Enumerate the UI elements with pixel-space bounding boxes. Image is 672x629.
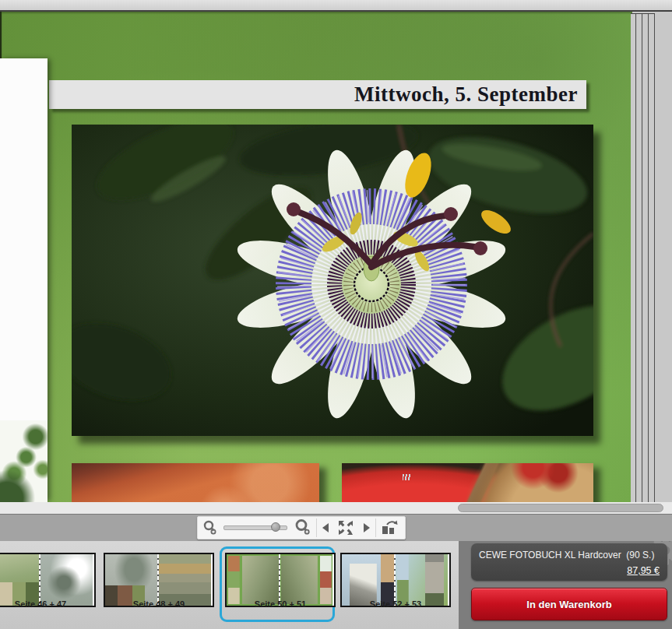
passion-flower-photo[interactable] (72, 125, 593, 436)
zoom-slider-handle[interactable] (271, 522, 280, 532)
thumb-page-48 (105, 554, 157, 606)
thumbnail-label: Seite 52 + 53 (340, 599, 451, 609)
thumb-page-50 (227, 554, 279, 606)
thumb-page-51 (280, 554, 332, 606)
page-stack-edges (631, 13, 655, 502)
page-header-text: Mittwoch, 5. September (354, 83, 578, 107)
page-filmstrip[interactable]: Seite 46 + 47 Seite 48 + 49 Seite 50 + 5… (0, 541, 459, 629)
thumb-page-52 (342, 554, 394, 606)
bottom-panel: Seite 46 + 47 Seite 48 + 49 Seite 50 + 5… (0, 541, 672, 629)
product-title: CEWE FOTOBUCH XL Hardcover (90 S.) (479, 550, 654, 560)
red-shirt-photo[interactable] (342, 463, 593, 502)
price-link[interactable]: 87,95 € (627, 565, 660, 576)
zoom-slider[interactable] (220, 517, 290, 539)
photobook-right-page[interactable]: Mittwoch, 5. September (0, 12, 632, 502)
zoom-navigation-toolbar (197, 516, 406, 539)
zoom-out-icon[interactable] (201, 517, 220, 539)
previous-page-icon[interactable] (317, 517, 333, 539)
thumb-page-47 (40, 554, 93, 606)
toolbar-separator (375, 518, 376, 537)
orange-tablecloth-photo[interactable] (72, 463, 319, 502)
add-to-cart-label: In den Warenkorb (526, 599, 611, 610)
thumbnail-label: Seite 50 + 51 (225, 599, 336, 609)
thumb-page-49 (159, 554, 211, 606)
toolbar-separator (316, 518, 317, 537)
next-page-icon[interactable] (358, 517, 375, 539)
toolbar-strip (0, 514, 672, 542)
change-layout-icon[interactable] (377, 517, 402, 539)
horizontal-scrollbar[interactable] (0, 502, 672, 514)
thumb-page-46 (0, 554, 39, 606)
add-to-cart-button[interactable]: In den Warenkorb (471, 588, 667, 620)
zoom-in-icon[interactable] (290, 517, 315, 539)
zoom-slider-track[interactable] (223, 525, 287, 530)
horizontal-scrollbar-thumb[interactable] (458, 504, 663, 512)
book-canvas[interactable]: Mittwoch, 5. September (0, 12, 672, 502)
thumbnail-label: Seite 46 + 47 (0, 599, 96, 609)
thumb-page-53 (396, 554, 448, 606)
thumbnail-label: Seite 48 + 49 (104, 599, 214, 609)
fit-to-window-icon[interactable] (333, 517, 358, 539)
cart-panel: CEWE FOTOBUCH XL Hardcover (90 S.) 87,95… (459, 541, 672, 629)
photobook-editor-window: Mittwoch, 5. September (0, 0, 672, 629)
product-info-panel: CEWE FOTOBUCH XL Hardcover (90 S.) 87,95… (471, 543, 667, 581)
page-header-textbox[interactable]: Mittwoch, 5. September (49, 80, 586, 109)
window-top-bar (0, 0, 672, 12)
tree-photo (0, 420, 47, 502)
adidas-logo (403, 474, 411, 480)
photobook-left-page-edge[interactable] (0, 58, 47, 502)
